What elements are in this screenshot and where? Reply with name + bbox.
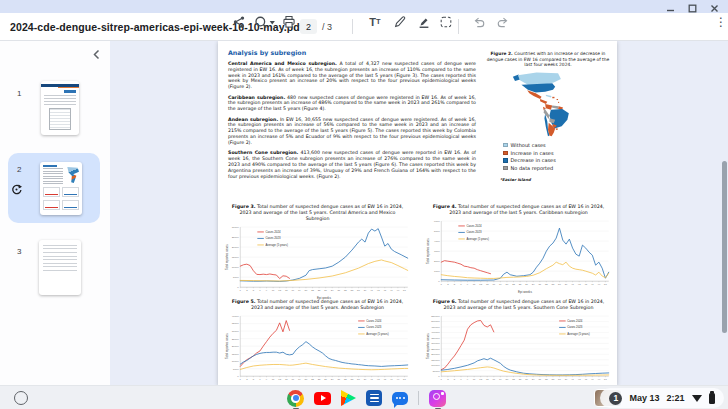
figure-6-chart: 0500001000001500002000002500003000003500… (425, 312, 612, 385)
paragraph: Caribbean subregion. 480 new suspected c… (228, 95, 476, 112)
svg-text:41: 41 (370, 289, 373, 292)
page-number-box (300, 13, 317, 40)
svg-text:Cases 2023: Cases 2023 (366, 326, 382, 330)
svg-text:350000: 350000 (431, 337, 440, 340)
rotate-page-icon[interactable] (11, 181, 22, 199)
legend-label: Increase in cases (511, 150, 554, 156)
page-2-thumbnail[interactable] (40, 162, 82, 215)
svg-text:6000: 6000 (434, 220, 440, 223)
print-icon[interactable] (280, 13, 298, 31)
status-tray[interactable]: 1 May 13 2:21 (600, 388, 724, 408)
svg-text:19: 19 (298, 289, 301, 292)
svg-text:5000: 5000 (434, 230, 440, 233)
svg-text:Cases 2023: Cases 2023 (567, 326, 583, 330)
vertical-scrollbar[interactable] (722, 161, 727, 333)
figure-2-caption: Figure 2. Countries with an increase or … (486, 51, 610, 68)
svg-text:9: 9 (266, 378, 268, 381)
pen-icon[interactable] (391, 13, 409, 31)
svg-text:43: 43 (377, 289, 380, 292)
shelf: 1 May 13 2:21 (0, 385, 728, 409)
svg-text:25: 25 (519, 378, 522, 381)
svg-text:47: 47 (390, 378, 393, 381)
launcher-button[interactable] (14, 391, 28, 405)
svg-text:7: 7 (460, 283, 462, 286)
youtube-app-icon[interactable] (314, 386, 331, 409)
map-legend-item: No data reported (503, 165, 610, 171)
svg-text:10000: 10000 (232, 360, 240, 363)
text-annotation-icon[interactable]: TT (366, 13, 384, 31)
svg-text:9: 9 (467, 378, 469, 381)
highlighter-icon[interactable] (415, 13, 433, 31)
share-icon[interactable] (230, 13, 248, 31)
svg-text:33: 33 (344, 289, 347, 292)
undo-icon[interactable] (470, 13, 488, 31)
svg-text:Cases 2024: Cases 2024 (567, 319, 583, 323)
chrome-app-icon[interactable] (287, 386, 304, 409)
collapse-sidebar-icon[interactable] (92, 46, 101, 64)
pdf-toolbar: 2024-cde-dengue-sitrep-americas-epi-week… (0, 13, 728, 41)
svg-text:Cases 2024: Cases 2024 (466, 224, 482, 228)
svg-text:19: 19 (499, 378, 502, 381)
notification-count-badge: 1 (609, 392, 622, 405)
legend-swatch (503, 166, 508, 171)
figure-4-caption: Figure 4. Total number of suspected deng… (432, 204, 604, 216)
svg-text:25: 25 (318, 289, 321, 292)
chat-app-icon[interactable] (392, 386, 408, 409)
svg-text:13: 13 (278, 378, 281, 381)
svg-text:25: 25 (519, 283, 522, 286)
svg-text:29: 29 (331, 289, 334, 292)
svg-text:Average (5 years): Average (5 years) (466, 237, 488, 241)
svg-text:17: 17 (291, 289, 294, 292)
svg-text:7: 7 (460, 378, 462, 381)
legend-label: No data reported (511, 165, 554, 171)
svg-text:5000: 5000 (233, 368, 239, 371)
svg-text:41: 41 (571, 283, 574, 286)
main-area: 1 2 3 Analysis by su (0, 41, 728, 385)
svg-text:33: 33 (344, 378, 347, 381)
page-1-thumbnail[interactable] (41, 81, 79, 135)
svg-text:550000: 550000 (431, 315, 440, 318)
svg-text:39: 39 (565, 378, 568, 381)
paragraph: Southern Cone subregion. 413,600 new sus… (228, 150, 476, 179)
svg-text:3000: 3000 (434, 250, 440, 253)
svg-text:45: 45 (584, 283, 587, 286)
form-fill-icon[interactable] (437, 13, 455, 31)
svg-text:23: 23 (512, 378, 515, 381)
svg-text:15: 15 (285, 378, 288, 381)
restore-button[interactable] (686, 3, 698, 13)
minimize-button[interactable] (664, 3, 676, 13)
more-options-icon[interactable]: ⋮ (712, 13, 728, 31)
page-3-thumbnail[interactable] (39, 240, 81, 295)
close-icon[interactable] (708, 3, 720, 13)
zoom-menu-icon[interactable] (252, 13, 278, 31)
svg-text:49: 49 (598, 378, 601, 381)
svg-text:15: 15 (486, 378, 489, 381)
battery-icon (709, 393, 716, 404)
docs-app-icon[interactable] (366, 386, 382, 409)
svg-text:17: 17 (291, 378, 294, 381)
page-number-input[interactable] (300, 19, 317, 34)
svg-text:43: 43 (578, 378, 581, 381)
page-2-number: 2 (17, 165, 21, 174)
svg-text:15: 15 (486, 283, 489, 286)
svg-text:11: 11 (272, 289, 275, 292)
redo-icon[interactable] (494, 13, 512, 31)
legend-label: Without cases (511, 142, 546, 148)
svg-text:20000: 20000 (232, 345, 240, 348)
svg-text:10000: 10000 (232, 266, 240, 269)
svg-text:150000: 150000 (431, 359, 440, 362)
figure-3-caption: Figure 3. Total number of suspected deng… (231, 204, 403, 222)
svg-text:35: 35 (552, 378, 555, 381)
svg-text:39: 39 (364, 289, 367, 292)
svg-text:49: 49 (397, 289, 400, 292)
document-viewport[interactable]: Analysis by subregion Central America an… (110, 41, 728, 385)
svg-text:Total reported cases: Total reported cases (225, 244, 229, 270)
gallery-app-icon[interactable] (429, 386, 446, 409)
svg-text:35000: 35000 (232, 323, 240, 326)
svg-text:7: 7 (259, 289, 261, 292)
svg-text:Cases 2024: Cases 2024 (366, 319, 382, 323)
play-store-app-icon[interactable] (341, 386, 356, 409)
svg-text:1000: 1000 (434, 270, 440, 273)
svg-text:47: 47 (591, 283, 594, 286)
svg-text:25000: 25000 (232, 338, 240, 341)
